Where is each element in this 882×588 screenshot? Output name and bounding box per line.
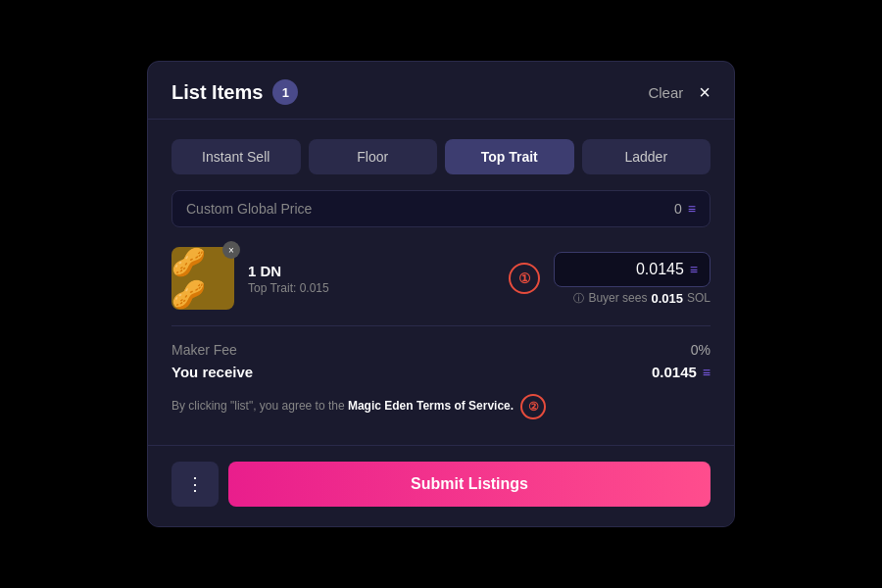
item-info: 1 DN Top Trait: 0.015 [248,263,495,295]
tab-ladder[interactable]: Ladder [582,139,711,174]
custom-price-row[interactable]: Custom Global Price 0 ≡ [172,190,710,227]
price-input-wrap: 0.0145 ≡ ⓘ Buyer sees 0.015 SOL [554,252,710,306]
more-options-button[interactable]: ⋮ [172,462,219,507]
terms-link[interactable]: Magic Eden Terms of Service. [348,399,514,413]
tab-floor[interactable]: Floor [309,139,438,174]
price-sol-icon: ≡ [690,262,698,277]
modal-header: List Items 1 Clear × [148,62,734,120]
you-receive-row: You receive 0.0145 ≡ [172,364,710,380]
maker-fee-label: Maker Fee [172,342,237,358]
modal-body: Instant Sell Floor Top Trait Ladder Cust… [148,120,734,445]
buyer-sees-row: ⓘ Buyer sees 0.015 SOL [573,291,710,306]
info-icon: ⓘ [573,291,584,306]
custom-price-sol-icon: ≡ [688,201,696,217]
step1-badge: ① [509,263,540,294]
item-count-badge: 1 [272,79,298,105]
price-value: 0.0145 [636,261,684,278]
header-left: List Items 1 [172,79,298,105]
divider [172,325,710,326]
modal-title: List Items [172,81,263,104]
header-right: Clear × [648,82,710,102]
maker-fee-value: 0% [691,342,710,358]
tab-top-trait[interactable]: Top Trait [445,139,574,174]
terms-prefix: By clicking "list", you agree to the [172,399,348,413]
you-receive-value: 0.0145 ≡ [652,364,710,380]
item-row: 🥜🥜 × 1 DN Top Trait: 0.015 ① 0.0145 ≡ ⓘ … [172,247,710,310]
custom-price-number: 0 [674,201,682,217]
receive-amount: 0.0145 [652,364,697,380]
tab-instant-sell[interactable]: Instant Sell [172,139,301,174]
buyer-sees-value: 0.015 [651,291,683,306]
clear-button[interactable]: Clear [648,84,683,101]
terms-text: By clicking "list", you agree to the Mag… [172,394,710,419]
you-receive-label: You receive [172,364,253,380]
remove-item-button[interactable]: × [222,241,240,259]
close-button[interactable]: × [699,82,710,102]
custom-price-value: 0 ≡ [674,201,696,217]
item-trait: Top Trait: 0.015 [248,281,495,295]
custom-price-label: Custom Global Price [186,201,674,217]
receive-sol-icon: ≡ [703,365,710,380]
item-thumb-wrap: 🥜🥜 × [172,247,234,310]
listing-tabs: Instant Sell Floor Top Trait Ladder [172,139,710,174]
submit-listings-button[interactable]: Submit Listings [228,462,710,507]
item-name: 1 DN [248,263,495,279]
list-items-modal: List Items 1 Clear × Instant Sell Floor … [147,61,735,527]
price-input-box[interactable]: 0.0145 ≡ [554,252,710,287]
buyer-sees-currency: SOL [687,291,710,305]
step2-badge: ② [520,394,546,419]
modal-footer: ⋮ Submit Listings [148,445,734,526]
maker-fee-row: Maker Fee 0% [172,342,710,358]
buyer-sees-label: Buyer sees [588,291,647,305]
